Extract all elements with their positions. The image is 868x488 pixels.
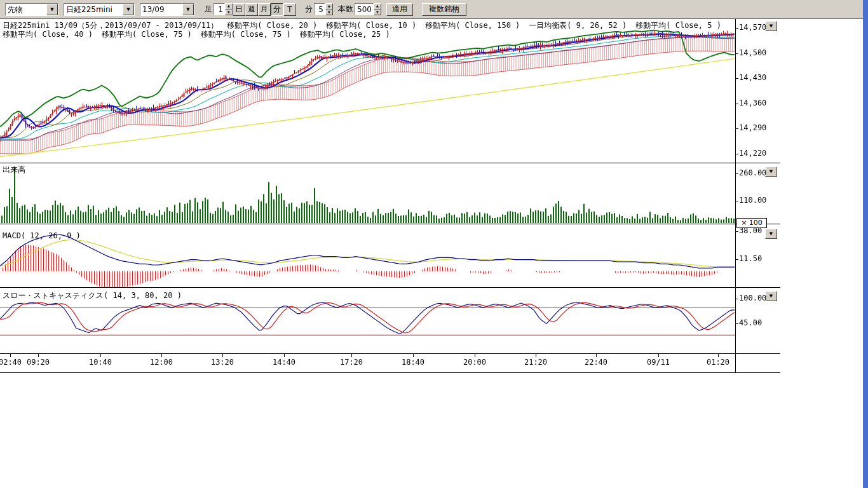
volume-axis-label: 110.00 <box>739 196 766 205</box>
bars-stepper[interactable]: 500 ▲▼ <box>355 3 381 15</box>
period-month-button[interactable]: 月 <box>258 3 271 16</box>
stoch-axis-label: 100.00 <box>739 294 766 302</box>
legend-item: 移動平均( Close, 75 ) <box>102 29 192 40</box>
spin-up-icon[interactable]: ▲ <box>374 3 381 10</box>
contract-month-value: 13/09 <box>140 4 182 15</box>
price-axis-label: 14,500 <box>739 48 766 57</box>
vertical-scrollbar[interactable] <box>863 0 868 488</box>
time-axis-label: 17:20 <box>340 358 363 367</box>
price-axis-label: 14,570 <box>739 23 766 32</box>
chart-overlay: 先物 ▼ 日経225mini ▼ 13/09 ▼ 足 1 ▲▼ 日 週 月 分 … <box>0 0 868 488</box>
chevron-down-icon[interactable]: ▼ <box>46 4 58 15</box>
instrument-select-value: 日経225mini <box>64 4 123 15</box>
chart-application-window: 先物 ▼ 日経225mini ▼ 13/09 ▼ 足 1 ▲▼ 日 週 月 分 … <box>0 0 868 488</box>
volume-pane-label: 出来高 <box>3 165 25 175</box>
time-axis-label: 10:40 <box>89 358 112 367</box>
macd-axis-label: 11.50 <box>739 254 762 263</box>
time-axis-label: 01:20 <box>707 358 729 367</box>
time-axis-label: 13:20 <box>211 358 234 367</box>
stoch-pane-settings-dropdown[interactable]: ▼ <box>765 291 777 301</box>
spin-down-icon[interactable]: ▼ <box>325 10 333 16</box>
category-select-value: 先物 <box>6 4 46 15</box>
category-select[interactable]: 先物 ▼ <box>5 3 58 16</box>
chevron-down-icon: ▼ <box>770 24 773 29</box>
instrument-select[interactable]: 日経225mini ▼ <box>64 3 135 16</box>
spin-down-icon[interactable]: ▼ <box>374 10 381 16</box>
period-minute-button[interactable]: 分 <box>271 3 283 16</box>
time-axis-label: 12:00 <box>150 358 173 367</box>
macd-pane-settings-dropdown[interactable]: ▼ <box>765 229 777 239</box>
ashi-count-stepper[interactable]: 1 ▲▼ <box>214 3 233 15</box>
bars-value: 500 <box>355 3 374 15</box>
stoch-pane-label: スロー・ストキャスティクス( 14, 3, 80, 20 ) <box>3 290 182 301</box>
chevron-down-glyph: ▼ <box>50 7 53 12</box>
chevron-down-icon[interactable]: ▼ <box>123 4 134 15</box>
ashi-count-value: 1 <box>214 3 225 15</box>
chevron-down-glyph: ▼ <box>126 7 130 12</box>
contract-month-select[interactable]: 13/09 ▼ <box>140 3 194 16</box>
time-axis-label: 09/11 <box>647 358 670 367</box>
period-tick-button[interactable]: T <box>283 3 296 16</box>
spinner: ▲▼ <box>374 3 381 15</box>
chevron-down-glyph: ▼ <box>186 7 189 12</box>
spin-down-icon[interactable]: ▼ <box>225 10 233 16</box>
chevron-down-icon[interactable]: ▼ <box>182 4 194 15</box>
price-axis-label: 14,220 <box>739 149 766 158</box>
time-axis-label: 21:20 <box>524 358 547 367</box>
chevron-down-icon: ▼ <box>770 231 773 236</box>
legend-item: 移動平均( Close, 75 ) <box>201 29 291 40</box>
macd-pane-label: MACD( 12, 26, 9 ) <box>3 231 81 240</box>
spin-up-icon[interactable]: ▲ <box>325 3 333 10</box>
toolbar: 先物 ▼ 日経225mini ▼ 13/09 ▼ 足 1 ▲▼ 日 週 月 分 … <box>0 0 868 19</box>
volume-pane-settings-dropdown[interactable]: ▼ <box>765 166 777 177</box>
chevron-down-icon: ▼ <box>770 294 773 299</box>
period-week-button[interactable]: 週 <box>245 3 258 16</box>
time-axis-label: 20:00 <box>463 358 486 367</box>
price-pane-legend-line2: 移動平均( Close, 40 )移動平均( Close, 75 )移動平均( … <box>3 29 733 40</box>
apply-button[interactable]: 適用 <box>386 3 413 16</box>
time-axis-label: 18:40 <box>402 358 424 367</box>
spinner: ▲▼ <box>325 3 333 15</box>
legend-item: 移動平均( Close, 25 ) <box>300 29 390 40</box>
legend-item: 移動平均( Close, 40 ) <box>3 29 93 40</box>
multi-symbol-button[interactable]: 複数銘柄 <box>422 3 466 16</box>
spinner: ▲▼ <box>225 3 233 15</box>
spin-up-icon[interactable]: ▲ <box>225 3 233 10</box>
macd-axis-label: 38.00 <box>739 226 762 235</box>
time-axis-label: 14:40 <box>273 358 295 367</box>
time-axis-label: 02:40 <box>0 358 22 367</box>
time-axis-label: 22:40 <box>585 358 607 367</box>
minutes-stepper[interactable]: 5 ▲▼ <box>314 3 333 15</box>
chevron-down-icon: ▼ <box>770 169 773 174</box>
price-axis-label: 14,430 <box>739 73 766 82</box>
time-axis-label: 09:20 <box>27 358 50 367</box>
price-pane-settings-dropdown[interactable]: ▼ <box>765 21 777 31</box>
ashi-label: 足 <box>205 4 212 15</box>
period-day-button[interactable]: 日 <box>233 3 245 16</box>
stoch-axis-label: 45.00 <box>739 318 762 327</box>
minutes-label: 分 <box>305 4 313 15</box>
minutes-value: 5 <box>314 3 325 15</box>
volume-axis-label: 260.00 <box>739 168 766 177</box>
bars-label: 本数 <box>338 4 353 15</box>
price-axis-label: 14,360 <box>739 98 766 107</box>
price-axis-label: 14,290 <box>739 123 766 132</box>
